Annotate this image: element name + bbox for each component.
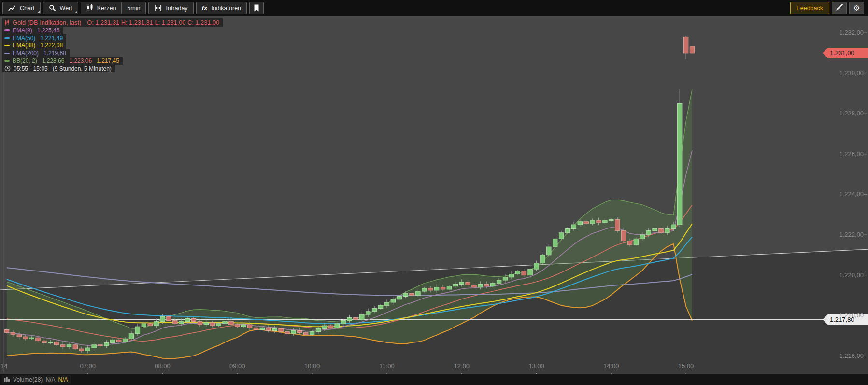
interval-button[interactable]: 5min — [121, 2, 145, 14]
chart-application-window: Chart Wert Kerzen — [0, 0, 868, 385]
brush-icon — [836, 3, 843, 13]
interval-label: 5min — [127, 5, 140, 12]
drawing-tools-button[interactable] — [832, 2, 847, 14]
feedback-button-label: Feedback — [797, 5, 823, 12]
volume-bars-icon — [4, 376, 10, 383]
wert-button-label: Wert — [60, 5, 72, 12]
chevron-down-icon — [75, 11, 77, 13]
chart-area[interactable] — [0, 16, 868, 374]
volume-pane: Volume(28) N/A N/A — [0, 374, 868, 385]
intraday-range-button[interactable]: Intraday — [148, 2, 193, 14]
intraday-button-label: Intraday — [166, 5, 187, 12]
chart-type-button[interactable]: Chart — [2, 2, 41, 14]
kerzen-button-label: Kerzen — [97, 5, 116, 12]
bookmark-icon — [254, 4, 259, 12]
line-chart-icon — [8, 5, 16, 12]
gear-icon: ⚙ — [853, 4, 860, 12]
candle-style-button[interactable]: Kerzen — [81, 2, 122, 14]
volume-legend[interactable]: Volume(28) N/A N/A — [2, 375, 71, 384]
feedback-button[interactable]: Feedback — [790, 2, 829, 14]
settings-button[interactable]: ⚙ — [849, 2, 864, 14]
bookmark-button[interactable] — [249, 2, 264, 14]
chevron-down-icon — [37, 11, 40, 13]
indikatoren-button-label: Indikatoren — [211, 5, 241, 12]
fx-icon: fx — [202, 4, 208, 12]
chart-button-label: Chart — [20, 5, 35, 12]
toolbar: Chart Wert Kerzen — [0, 0, 868, 16]
volume-value: N/A — [45, 376, 55, 383]
toolbar-right-cluster: Feedback ⚙ — [790, 2, 864, 14]
volume-label: Volume(28) — [13, 376, 43, 383]
candles-icon — [86, 4, 93, 13]
instrument-search-button[interactable]: Wert — [43, 2, 78, 14]
candle-interval-group: Kerzen 5min — [81, 2, 146, 14]
volume-value-highlight: N/A — [58, 376, 68, 383]
candlestick-chart[interactable] — [0, 16, 868, 374]
search-icon — [49, 4, 56, 12]
indicators-button[interactable]: fx Indikatoren — [196, 2, 247, 14]
range-icon — [154, 5, 162, 11]
